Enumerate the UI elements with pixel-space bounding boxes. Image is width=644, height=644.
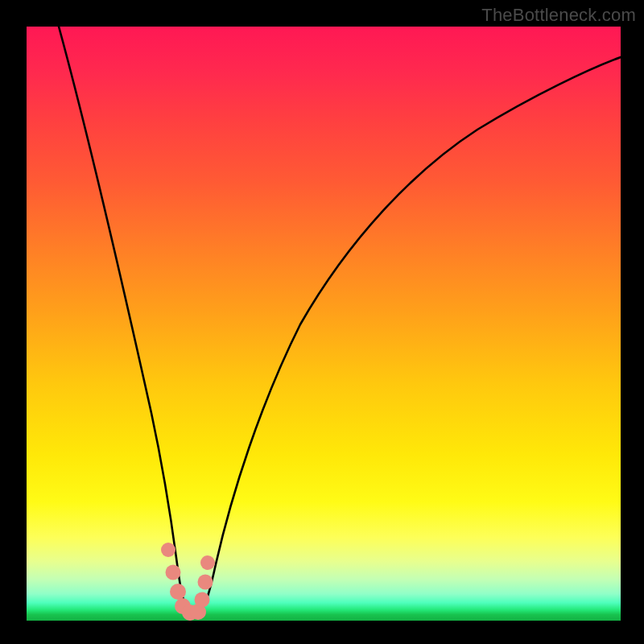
svg-point-8 — [200, 555, 215, 570]
curve-layer — [27, 27, 621, 621]
bottleneck-curve — [59, 27, 621, 613]
trough-marker — [161, 543, 215, 621]
svg-point-0 — [161, 543, 175, 557]
chart-frame: TheBottleneck.com — [0, 0, 644, 644]
plot-area — [27, 27, 621, 621]
svg-point-7 — [198, 575, 213, 590]
svg-point-2 — [170, 584, 186, 600]
svg-point-6 — [195, 592, 210, 608]
svg-point-1 — [166, 565, 181, 580]
watermark-text: TheBottleneck.com — [481, 5, 636, 26]
